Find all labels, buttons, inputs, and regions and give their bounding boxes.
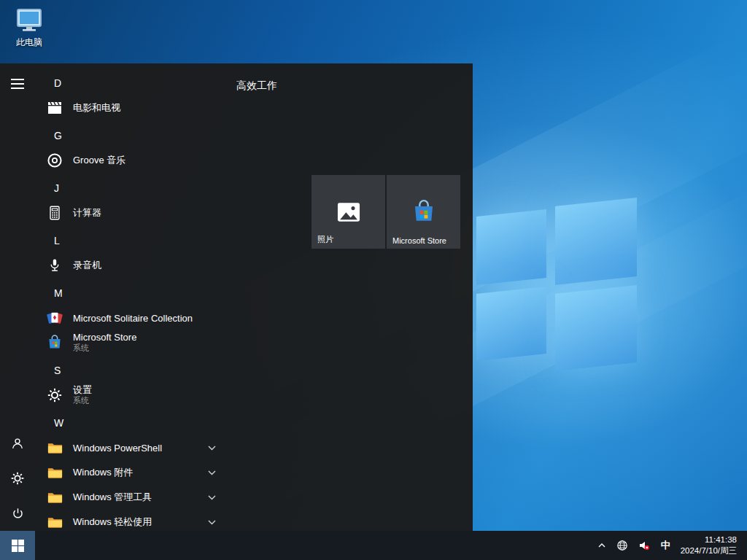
power-button[interactable] <box>0 496 35 531</box>
this-pc-icon <box>15 7 44 32</box>
expand-menu-button[interactable] <box>0 66 35 101</box>
section-letter-w[interactable]: W <box>35 411 228 435</box>
wallpaper-logo-pane <box>555 198 637 285</box>
app-label: 录音机 <box>73 259 101 272</box>
section-letter-label: L <box>54 235 60 246</box>
chevron-down-icon[interactable] <box>208 470 216 475</box>
settings-gear-icon <box>45 386 64 405</box>
network-globe-icon <box>616 540 628 551</box>
app-text: Microsoft Store 系统 <box>73 332 136 353</box>
windows-logo-icon <box>12 540 24 552</box>
app-item-microsoft-store[interactable]: Microsoft Store 系统 <box>35 330 228 355</box>
wallpaper-logo-pane <box>555 285 637 371</box>
app-item-groove-music[interactable]: Groove 音乐 <box>35 148 228 173</box>
folder-icon <box>45 488 64 507</box>
hamburger-icon <box>11 79 24 89</box>
network-button[interactable] <box>611 531 633 560</box>
section-letter-label: D <box>54 77 61 89</box>
app-item-voice-recorder[interactable]: 录音机 <box>35 253 228 278</box>
app-label: Groove 音乐 <box>73 154 125 167</box>
desktop-icon-label: 此电脑 <box>9 36 49 49</box>
app-label: 计算器 <box>73 206 101 219</box>
tray-overflow-button[interactable] <box>592 531 611 560</box>
app-item-calculator[interactable]: 计算器 <box>35 201 228 225</box>
chevron-down-icon[interactable] <box>208 446 216 451</box>
app-item-solitaire[interactable]: Microsoft Solitaire Collection <box>35 306 228 330</box>
app-label: Microsoft Solitaire Collection <box>73 313 193 324</box>
app-label: Windows 管理工具 <box>73 491 152 504</box>
clock-time: 11:41:38 <box>681 534 737 545</box>
clock-date: 2024/7/10/周三 <box>681 545 737 556</box>
taskbar-clock[interactable]: 11:41:38 2024/7/10/周三 <box>676 534 741 556</box>
section-letter-label: S <box>54 365 61 376</box>
calculator-icon <box>45 203 64 222</box>
user-icon <box>10 436 25 451</box>
section-letter-label: M <box>54 287 63 299</box>
section-letter-d[interactable]: D <box>35 71 228 96</box>
chevron-up-icon <box>597 542 606 548</box>
settings-button[interactable] <box>0 461 35 496</box>
volume-button[interactable] <box>633 531 655 560</box>
movies-tv-icon <box>45 98 64 117</box>
app-label: Windows 附件 <box>73 466 133 479</box>
app-label: 设置 <box>73 385 92 396</box>
wallpaper-logo-pane <box>476 287 546 361</box>
chevron-down-icon[interactable] <box>208 495 216 500</box>
chevron-down-icon[interactable] <box>208 520 216 525</box>
tile-label: 照片 <box>317 234 333 245</box>
folder-icon <box>45 513 64 531</box>
start-menu: D 电影和电视 G <box>0 63 473 531</box>
folder-icon <box>45 463 64 482</box>
app-label: Microsoft Store <box>73 332 136 343</box>
section-letter-s[interactable]: S <box>35 358 228 383</box>
app-item-movies-tv[interactable]: 电影和电视 <box>35 96 228 120</box>
app-subtitle: 系统 <box>73 396 92 405</box>
section-letter-j[interactable]: J <box>35 176 228 201</box>
voice-recorder-icon <box>45 256 64 275</box>
folder-icon <box>45 438 64 457</box>
taskbar-empty-area <box>35 531 592 560</box>
section-letter-m[interactable]: M <box>35 281 228 306</box>
section-letter-label: G <box>54 130 62 141</box>
start-rail <box>0 63 35 531</box>
folder-item-windows-ease-of-access[interactable]: Windows 轻松使用 <box>35 510 228 531</box>
app-label: Windows 轻松使用 <box>73 516 152 529</box>
app-label: 电影和电视 <box>73 101 120 114</box>
store-icon <box>45 333 64 352</box>
folder-item-windows-admin-tools[interactable]: Windows 管理工具 <box>35 485 228 510</box>
app-text: 设置 系统 <box>73 385 92 405</box>
desktop-icon-this-pc[interactable]: 此电脑 <box>9 7 49 49</box>
power-icon <box>11 507 25 521</box>
store-icon <box>410 198 438 226</box>
solitaire-icon <box>45 308 64 327</box>
tile-photos[interactable]: 照片 <box>311 175 385 249</box>
section-letter-label: W <box>54 417 63 429</box>
photos-icon <box>335 198 363 226</box>
rail-bottom-group <box>0 426 35 531</box>
app-item-settings[interactable]: 设置 系统 <box>35 383 228 408</box>
user-account-button[interactable] <box>0 426 35 461</box>
section-letter-g[interactable]: G <box>35 123 228 148</box>
app-subtitle: 系统 <box>73 343 136 353</box>
wallpaper-logo-pane <box>476 209 546 285</box>
section-letter-l[interactable]: L <box>35 228 228 253</box>
tile-microsoft-store[interactable]: Microsoft Store <box>387 175 460 249</box>
start-button[interactable] <box>0 531 35 560</box>
section-letter-label: J <box>54 182 59 194</box>
folder-item-windows-accessories[interactable]: Windows 附件 <box>35 460 228 485</box>
groove-music-icon <box>45 151 64 170</box>
app-list: D 电影和电视 G <box>35 63 228 531</box>
folder-item-windows-powershell[interactable]: Windows PowerShell <box>35 435 228 460</box>
ime-indicator[interactable]: 中 <box>655 531 676 560</box>
system-tray: 中 11:41:38 2024/7/10/周三 <box>592 531 747 560</box>
app-label: Windows PowerShell <box>73 443 162 454</box>
volume-muted-icon <box>638 540 650 551</box>
taskbar: 中 11:41:38 2024/7/10/周三 <box>0 531 747 560</box>
settings-gear-icon <box>10 471 25 486</box>
tile-group-header[interactable]: 高效工作 <box>236 78 277 93</box>
tile-label: Microsoft Store <box>392 236 446 245</box>
